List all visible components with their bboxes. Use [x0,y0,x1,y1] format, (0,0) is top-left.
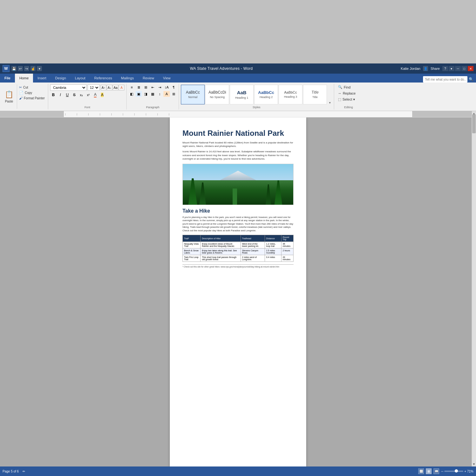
maximize-btn[interactable]: □ [461,66,467,71]
tab-view[interactable]: View [159,74,175,83]
format-painter-button[interactable]: 🖌 Format Painter [18,96,45,100]
tab-home[interactable]: Home [15,74,33,83]
vertical-scrollbar[interactable]: ▲ ▼ [472,111,476,466]
col-description: Description of Hike [201,235,241,242]
share-label[interactable]: Share [431,67,440,70]
find-button[interactable]: 🔍 Find [337,84,360,90]
style-heading2[interactable]: AaBbCc Heading 2 [254,85,278,104]
paragraph-group: ≡ ≣ ⊞ ⇤ ⇥ ↕A ¶ ◧ ▣ ◨ ▦ ↕ A ⊞ Paragraph [127,84,179,109]
zoom-in-btn[interactable]: + [464,470,466,473]
replace-button[interactable]: ↔ Replace [337,91,360,96]
style-no-spacing[interactable]: AaBbCcDi No Spacing [205,85,229,104]
increase-indent-button[interactable]: ⇥ [156,84,163,90]
style-heading3-label: Heading 3 [284,95,297,98]
italic-button[interactable]: I [57,92,63,98]
save-icon[interactable]: 💾 [11,66,17,71]
print-layout-btn[interactable]: ⬜ [418,468,424,474]
paste-button[interactable]: 📋 Paste [1,84,17,109]
clipboard-group: 📋 Paste ✂ Cut 📄 Copy 🖌 Format Painter [0,84,48,109]
quick-access-more[interactable]: ▾ [37,66,42,71]
align-right-button[interactable]: ◨ [142,91,149,97]
sort-button[interactable]: ↕A [163,84,170,90]
tab-insert[interactable]: Insert [33,74,51,83]
align-center-button[interactable]: ▣ [136,91,142,97]
table-cell: 2 hours [281,248,293,255]
line-spacing-button[interactable]: ↕ [156,91,163,97]
close-btn[interactable]: ✕ [468,66,473,71]
highlight-button[interactable]: A [99,92,105,98]
tab-layout[interactable]: Layout [70,74,90,83]
scroll-thumb[interactable] [472,114,476,133]
collaborate-icon[interactable]: 👤 [423,66,428,71]
justify-button[interactable]: ▦ [149,91,156,97]
ribbon-collapse-btn[interactable]: ▾ [449,66,454,71]
style-heading3[interactable]: AaBbCc Heading 3 [279,85,302,104]
tab-review[interactable]: Review [138,74,159,83]
scroll-down-btn[interactable]: ▼ [472,462,476,466]
copy-button[interactable]: 📄 Copy [18,90,45,95]
status-left: Page 5 of 6 ✏ [3,470,25,473]
style-no-spacing-label: No Spacing [210,96,225,99]
table-cell: 2 miles west of Longmire. [241,255,265,262]
select-icon: ⬚ [338,97,341,102]
web-layout-btn[interactable]: ▦ [426,468,432,474]
select-button[interactable]: ⬚ Select ▾ [337,97,360,102]
park-image [182,164,294,205]
style-normal-label: Normal [188,96,197,99]
style-heading1[interactable]: AaB Heading 1 [230,85,254,104]
table-row: Nisqually Vista TrailEnjoy excellent vie… [183,242,294,248]
ruler-left-margin [0,111,63,117]
zoom-out-btn[interactable]: ─ [441,470,443,473]
style-title[interactable]: Title Title [303,85,327,104]
superscript-button[interactable]: x² [85,92,91,98]
tab-design[interactable]: Design [51,74,70,83]
search-icon: 🔍 [469,77,473,82]
font-clear-format[interactable]: A [119,85,124,90]
align-left-button[interactable]: ◧ [129,91,135,97]
styles-group-label: Styles [181,106,332,109]
styles-expand-button[interactable]: ▾ [327,85,332,104]
show-paragraph-button[interactable]: ¶ [170,84,177,90]
edit-icon[interactable]: ✏ [23,470,25,473]
subscript-button[interactable]: x₂ [78,92,84,98]
borders-button[interactable]: ⊞ [170,91,177,97]
multilevel-list-button[interactable]: ⊞ [142,84,149,90]
strikethrough-button[interactable]: S [71,92,77,98]
help-btn[interactable]: ? [442,66,448,71]
font-change-case[interactable]: Aa [113,85,118,90]
tab-mailings[interactable]: Mailings [116,74,138,83]
desktop-area [0,0,476,63]
paste-icon: 📋 [5,90,14,99]
font-size-select[interactable]: 12 [88,84,100,91]
underline-button[interactable]: U [64,92,70,98]
title-bar-left: W 💾 ↩ ↪ ☝ ▾ [3,65,42,72]
numbered-list-button[interactable]: ≣ [136,84,142,90]
zoom-slider[interactable] [444,471,463,472]
font-size-decrease[interactable]: A↓ [107,85,112,90]
tab-file[interactable]: File [0,74,15,83]
title-bar: W 💾 ↩ ↪ ☝ ▾ WA State Travel Adventures -… [0,63,476,74]
bullet-list-button[interactable]: ≡ [129,84,135,90]
style-normal[interactable]: AaBbCc Normal [181,85,205,104]
ruler: | | | | | | | | | | [0,111,476,117]
search-input[interactable] [423,76,467,83]
cut-button[interactable]: ✂ Cut [18,85,45,90]
shading-button[interactable]: A [163,91,170,97]
zoom-thumb [455,469,458,473]
minimize-btn[interactable]: ─ [455,66,461,71]
font-name-select[interactable]: Cambria [50,84,87,91]
tab-references[interactable]: References [90,74,116,83]
ribbon-tabs: File Home Insert Design Layout Reference… [0,74,476,83]
editing-group-label: Editing [337,106,360,109]
font-color-button[interactable]: A [92,92,98,98]
redo-icon[interactable]: ↪ [24,66,29,71]
copy-icon: 📄 [19,91,23,95]
select-label: Select ▾ [342,97,355,102]
user-name: Katie Jordan [401,67,420,70]
decrease-indent-button[interactable]: ⇤ [149,84,156,90]
font-size-increase[interactable]: A↑ [101,85,106,90]
undo-icon[interactable]: ↩ [18,66,23,71]
bold-button[interactable]: B [50,92,56,98]
touch-icon[interactable]: ☝ [30,66,36,71]
read-mode-btn[interactable]: 📖 [433,468,439,474]
